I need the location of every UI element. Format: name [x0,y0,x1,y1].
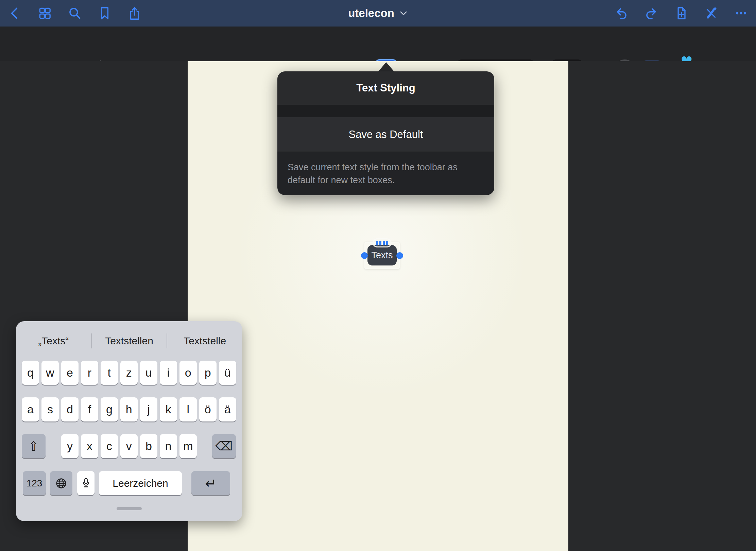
key-g[interactable]: g [101,397,118,421]
globe-key[interactable] [50,471,72,495]
back-button[interactable] [7,5,23,21]
stop-pencil-button[interactable] [703,5,719,21]
backspace-key[interactable]: ⌫ [212,434,236,458]
popup-title: Text Styling [277,71,494,105]
key-ä[interactable]: ä [219,397,236,421]
textbox[interactable]: Texts [367,245,397,265]
key-ü[interactable]: ü [219,361,236,385]
save-as-default-button[interactable]: Save as Default [277,117,494,152]
search-icon [67,5,83,21]
shift-key[interactable]: ⇧ [22,434,46,458]
top-nav-bar: utelecon [0,0,756,27]
topbar-left-group [7,5,142,21]
key-r[interactable]: r [81,361,98,385]
suggestion-bar: „Texts“ Textstellen Textstelle [16,327,242,355]
key-x[interactable]: x [81,434,98,458]
drag-bar [376,241,378,245]
keyboard-drag-handle[interactable] [117,507,142,510]
key-d[interactable]: d [61,397,79,421]
key-b[interactable]: b [140,434,157,458]
redo-icon [643,5,659,21]
tool-bar: a T HiraginoSans-... 16 [0,27,756,61]
add-page-button[interactable] [673,5,689,21]
undo-button[interactable] [614,5,629,21]
key-c[interactable]: c [101,434,118,458]
key-l[interactable]: l [179,397,197,421]
drag-bar [386,241,388,245]
key-u[interactable]: u [140,361,157,385]
popup-description: Save current text style from the toolbar… [277,152,494,195]
canvas-area: Text Styling Save as Default Save curren… [0,61,756,551]
key-m[interactable]: m [179,434,197,458]
key-z[interactable]: z [120,361,138,385]
share-button[interactable] [127,5,142,21]
return-key[interactable]: ↵ [191,471,230,495]
key-w[interactable]: w [41,361,59,385]
key-t[interactable]: t [101,361,118,385]
key-q[interactable]: q [22,361,39,385]
textbox-right-handle[interactable] [396,252,403,259]
dictation-key[interactable] [77,471,94,495]
space-key[interactable]: Leerzeichen [99,471,182,495]
keyboard-row-2: asdfghjklöä [22,397,236,421]
thumbnails-button[interactable] [37,5,53,21]
undo-icon [614,5,629,21]
grid-icon [37,5,53,21]
add-page-icon [673,5,689,21]
redo-button[interactable] [643,5,659,21]
microphone-icon [81,478,91,489]
key-e[interactable]: e [61,361,79,385]
more-button[interactable] [733,5,749,21]
keyboard-row-1: qwertzuiopü [22,361,236,385]
key-p[interactable]: p [199,361,217,385]
key-y[interactable]: y [61,434,79,458]
ellipsis-icon [733,5,749,21]
suggestion-exact[interactable]: „Texts“ [16,335,91,347]
drag-bar [383,241,385,245]
key-i[interactable]: i [160,361,177,385]
title-chevron-down-icon [399,10,408,16]
bookmark-button[interactable] [97,5,113,21]
numbers-key[interactable]: 123 [23,471,46,495]
key-v[interactable]: v [120,434,138,458]
key-a[interactable]: a [22,397,39,421]
share-icon [127,5,142,21]
textbox-left-handle[interactable] [361,252,368,259]
key-k[interactable]: k [160,397,177,421]
document-title[interactable]: utelecon [348,7,394,20]
keyboard-row-3-letters: yxcvbnm [61,434,197,458]
bookmark-icon [97,5,113,21]
key-h[interactable]: h [120,397,138,421]
key-s[interactable]: s [41,397,59,421]
globe-icon [55,478,67,489]
key-ö[interactable]: ö [199,397,217,421]
onscreen-keyboard: „Texts“ Textstellen Textstelle qwertzuio… [16,321,242,521]
textbox-drag-handle[interactable] [373,238,392,247]
back-chevron-icon [7,5,23,21]
suggestion-2[interactable]: Textstelle [167,335,242,347]
key-n[interactable]: n [160,434,177,458]
topbar-right-group [614,5,749,21]
key-j[interactable]: j [140,397,157,421]
text-styling-popup: Text Styling Save as Default Save curren… [277,71,494,195]
search-button[interactable] [67,5,83,21]
popup-strip [277,105,494,117]
pencil-cross-icon [703,5,719,21]
drag-bar [379,241,381,245]
suggestion-1[interactable]: Textstellen [92,335,167,347]
key-o[interactable]: o [179,361,197,385]
key-f[interactable]: f [81,397,98,421]
